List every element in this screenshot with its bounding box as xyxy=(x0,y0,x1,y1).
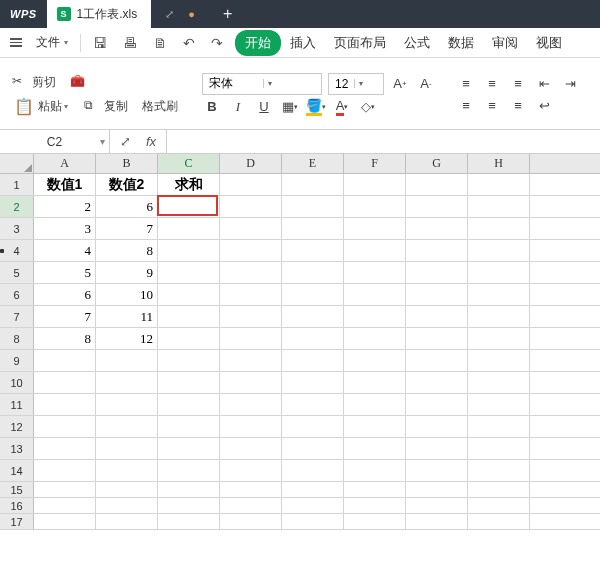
paste-button[interactable]: 📋 粘贴▾ xyxy=(8,95,74,118)
cell-G2[interactable] xyxy=(406,196,468,217)
cell-G12[interactable] xyxy=(406,416,468,437)
cell-G10[interactable] xyxy=(406,372,468,393)
italic-icon[interactable]: I xyxy=(228,97,248,117)
decrease-font-icon[interactable]: A- xyxy=(416,74,436,94)
cell-A16[interactable] xyxy=(34,498,96,513)
row-header-10[interactable]: 10 xyxy=(0,372,34,393)
cell-D5[interactable] xyxy=(220,262,282,283)
col-header-E[interactable]: E xyxy=(282,154,344,173)
cell-D3[interactable] xyxy=(220,218,282,239)
decrease-indent-icon[interactable]: ⇤ xyxy=(534,74,554,94)
wrap-text-icon[interactable]: ↩ xyxy=(534,96,554,116)
cell-F5[interactable] xyxy=(344,262,406,283)
cell-D2[interactable] xyxy=(220,196,282,217)
row-header-15[interactable]: 15 xyxy=(0,482,34,497)
cell-F4[interactable] xyxy=(344,240,406,261)
cell-G1[interactable] xyxy=(406,174,468,195)
cell-G11[interactable] xyxy=(406,394,468,415)
col-header-A[interactable]: A xyxy=(34,154,96,173)
cell-F6[interactable] xyxy=(344,284,406,305)
cell-F11[interactable] xyxy=(344,394,406,415)
cell-G8[interactable] xyxy=(406,328,468,349)
cell-B17[interactable] xyxy=(96,514,158,529)
toolbox-button[interactable]: 🧰 xyxy=(66,72,90,92)
cell-H3[interactable] xyxy=(468,218,530,239)
cell-E3[interactable] xyxy=(282,218,344,239)
cell-F13[interactable] xyxy=(344,438,406,459)
cell-C7[interactable] xyxy=(158,306,220,327)
tab-options-icon[interactable]: ⤢ xyxy=(165,8,174,21)
hamburger-icon[interactable] xyxy=(6,34,26,51)
cell-E17[interactable] xyxy=(282,514,344,529)
cell-E11[interactable] xyxy=(282,394,344,415)
cell-E13[interactable] xyxy=(282,438,344,459)
cell-A13[interactable] xyxy=(34,438,96,459)
cell-H6[interactable] xyxy=(468,284,530,305)
cell-D15[interactable] xyxy=(220,482,282,497)
cell-A3[interactable]: 3 xyxy=(34,218,96,239)
cell-E6[interactable] xyxy=(282,284,344,305)
cell-C10[interactable] xyxy=(158,372,220,393)
menu-item-1[interactable]: 插入 xyxy=(281,28,325,58)
row-header-1[interactable]: 1 xyxy=(0,174,34,195)
cell-G6[interactable] xyxy=(406,284,468,305)
fx-icon[interactable]: fx xyxy=(138,130,164,153)
cell-F8[interactable] xyxy=(344,328,406,349)
cell-D7[interactable] xyxy=(220,306,282,327)
cell-B6[interactable]: 10 xyxy=(96,284,158,305)
cell-E2[interactable] xyxy=(282,196,344,217)
cell-H14[interactable] xyxy=(468,460,530,481)
cell-H9[interactable] xyxy=(468,350,530,371)
col-header-G[interactable]: G xyxy=(406,154,468,173)
cell-H1[interactable] xyxy=(468,174,530,195)
menu-item-3[interactable]: 公式 xyxy=(395,28,439,58)
cell-H13[interactable] xyxy=(468,438,530,459)
row-header-14[interactable]: 14 xyxy=(0,460,34,481)
cell-B15[interactable] xyxy=(96,482,158,497)
highlight-icon[interactable]: ◇▾ xyxy=(358,97,378,117)
cell-E14[interactable] xyxy=(282,460,344,481)
cell-F1[interactable] xyxy=(344,174,406,195)
cell-C17[interactable] xyxy=(158,514,220,529)
col-header-F[interactable]: F xyxy=(344,154,406,173)
cell-B13[interactable] xyxy=(96,438,158,459)
row-header-2[interactable]: 2 xyxy=(0,196,34,217)
copy-button[interactable]: ⧉ 复制 xyxy=(80,96,132,117)
cell-B4[interactable]: 8 xyxy=(96,240,158,261)
row-header-17[interactable]: 17 xyxy=(0,514,34,529)
cell-D17[interactable] xyxy=(220,514,282,529)
align-top-icon[interactable]: ≡ xyxy=(456,74,476,94)
cell-B10[interactable] xyxy=(96,372,158,393)
cell-C5[interactable] xyxy=(158,262,220,283)
row-header-5[interactable]: 5 xyxy=(0,262,34,283)
cell-E15[interactable] xyxy=(282,482,344,497)
row-header-3[interactable]: 3 xyxy=(0,218,34,239)
cell-B11[interactable] xyxy=(96,394,158,415)
cell-A14[interactable] xyxy=(34,460,96,481)
col-header-D[interactable]: D xyxy=(220,154,282,173)
cell-G16[interactable] xyxy=(406,498,468,513)
cell-D13[interactable] xyxy=(220,438,282,459)
row-header-7[interactable]: 7 xyxy=(0,306,34,327)
cell-G14[interactable] xyxy=(406,460,468,481)
cell-H10[interactable] xyxy=(468,372,530,393)
cell-D16[interactable] xyxy=(220,498,282,513)
fill-color-icon[interactable]: 🪣▾ xyxy=(306,97,326,117)
cell-B16[interactable] xyxy=(96,498,158,513)
cell-E10[interactable] xyxy=(282,372,344,393)
cell-E5[interactable] xyxy=(282,262,344,283)
cell-C9[interactable] xyxy=(158,350,220,371)
cell-C11[interactable] xyxy=(158,394,220,415)
cell-E16[interactable] xyxy=(282,498,344,513)
cell-C6[interactable] xyxy=(158,284,220,305)
cell-E4[interactable] xyxy=(282,240,344,261)
cell-C15[interactable] xyxy=(158,482,220,497)
cell-F14[interactable] xyxy=(344,460,406,481)
cell-G5[interactable] xyxy=(406,262,468,283)
cell-A11[interactable] xyxy=(34,394,96,415)
cell-G3[interactable] xyxy=(406,218,468,239)
cell-C1[interactable]: 求和 xyxy=(158,174,220,195)
cell-D11[interactable] xyxy=(220,394,282,415)
print-icon[interactable]: 🖶 xyxy=(117,31,143,55)
col-header-B[interactable]: B xyxy=(96,154,158,173)
